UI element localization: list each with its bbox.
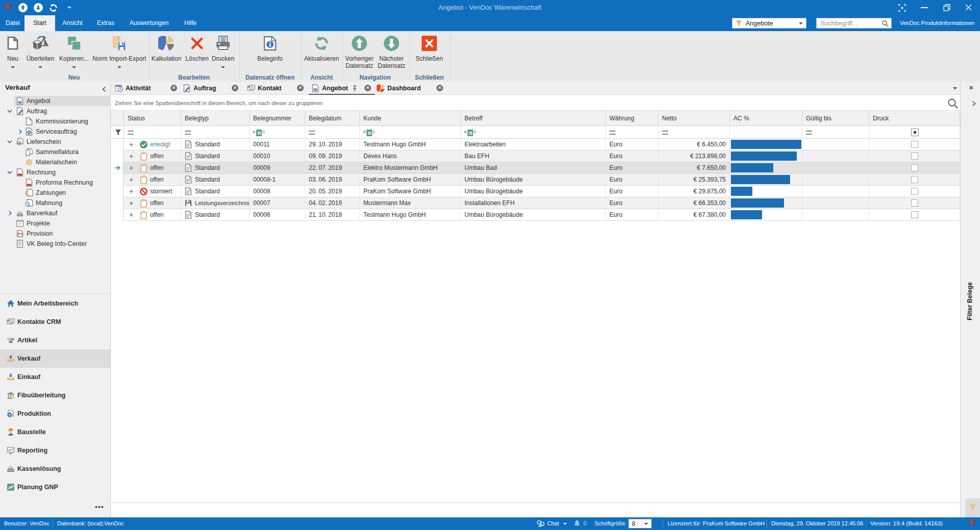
svg-text:B: B bbox=[258, 130, 261, 136]
svg-text:A: A bbox=[253, 130, 256, 134]
svg-text:A: A bbox=[363, 130, 366, 134]
svg-text:C: C bbox=[373, 130, 375, 134]
svg-text:?: ? bbox=[27, 202, 29, 207]
svg-text:€: € bbox=[12, 395, 14, 399]
svg-text:A: A bbox=[464, 130, 467, 134]
svg-text:C: C bbox=[474, 130, 476, 134]
svg-text:B: B bbox=[368, 130, 372, 136]
svg-text:C: C bbox=[262, 130, 265, 134]
svg-text:€: € bbox=[25, 189, 29, 197]
svg-text:B: B bbox=[469, 130, 473, 136]
